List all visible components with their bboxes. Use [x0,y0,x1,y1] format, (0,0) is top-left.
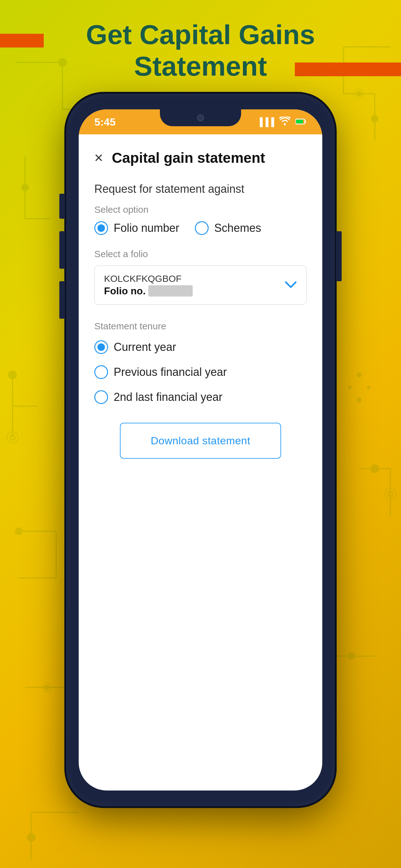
modal-title: Capital gain statement [112,149,265,166]
status-bar: 5:45 ▐▐▐ [79,110,322,134]
signal-icon: ▐▐▐ [257,117,274,127]
side-button-vol-up [59,231,65,269]
modal-sheet: × Capital gain statement Request for sta… [79,134,322,474]
svg-point-42 [357,398,361,402]
radio-folio-circle [94,221,108,235]
svg-point-38 [28,834,35,841]
radio-current-year-label: Current year [114,341,176,354]
svg-point-39 [357,373,361,377]
radio-previous-year-circle [94,365,108,379]
svg-point-33 [45,685,49,689]
svg-rect-46 [296,120,303,123]
radio-schemes[interactable]: Schemes [195,221,261,235]
side-button-vol-down [59,281,65,319]
title-line2: Statement [134,51,267,82]
folio-info: KOLCKFKQGBOF Folio no. [104,273,193,297]
svg-point-41 [348,386,351,389]
svg-point-8 [22,184,28,191]
svg-point-35 [348,653,355,659]
phone-mockup: 5:45 ▐▐▐ [66,94,335,806]
svg-point-13 [357,92,361,96]
radio-folio-number[interactable]: Folio number [94,221,179,235]
radio-previous-year[interactable]: Previous financial year [94,365,227,379]
tenure-radio-group: Current year Previous financial year 2nd… [94,340,307,404]
tenure-label: Statement tenure [94,321,307,332]
radio-second-last-circle [94,390,108,404]
status-time: 5:45 [94,116,115,128]
select-folio-label: Select a folio [94,249,307,259]
radio-schemes-circle [195,221,209,235]
battery-icon [295,117,307,127]
modal-header: × Capital gain statement [94,149,307,166]
svg-point-24 [15,528,22,534]
camera-notch [197,114,204,121]
svg-point-11 [372,116,378,122]
radio-folio-label: Folio number [114,221,179,235]
radio-second-last-year[interactable]: 2nd last financial year [94,390,222,404]
chevron-down-icon [285,279,297,292]
radio-second-last-label: 2nd last financial year [114,391,222,404]
radio-current-year[interactable]: Current year [94,340,176,354]
phone-shell: 5:45 ▐▐▐ [66,94,335,806]
notch [160,110,241,126]
folio-fund-name: KOLCKFKQGBOF [104,273,193,284]
folio-prefix: Folio no. [104,285,145,297]
radio-previous-year-label: Previous financial year [114,366,227,379]
side-button-power [336,231,342,281]
phone-screen: 5:45 ▐▐▐ [79,110,322,790]
svg-point-43 [284,123,286,125]
wifi-icon [279,117,291,127]
option-radio-group: Folio number Schemes [94,221,307,235]
svg-point-27 [371,465,378,472]
svg-point-40 [367,386,370,389]
side-button-mute [59,194,65,219]
close-button[interactable]: × [94,150,103,165]
page-title: Get Capital Gains Statement [0,19,401,82]
radio-schemes-label: Schemes [214,221,261,235]
status-icons: ▐▐▐ [257,117,307,127]
radio-current-year-circle [94,340,108,354]
title-line1: Get Capital Gains [86,19,315,50]
select-option-label: Select option [94,204,307,215]
folio-dropdown[interactable]: KOLCKFKQGBOF Folio no. [94,266,307,305]
svg-rect-45 [305,121,306,122]
request-label: Request for statement against [94,183,307,195]
folio-number-value [148,285,193,297]
svg-point-18 [9,371,16,379]
folio-number: Folio no. [104,285,193,297]
download-statement-button[interactable]: Download statement [120,423,281,459]
